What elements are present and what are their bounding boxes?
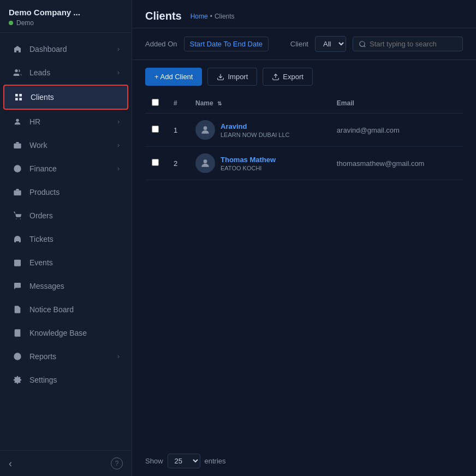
clients-table: # Name ⇅ Email 1 (145, 93, 463, 180)
sidebar-item-dashboard[interactable]: Dashboard › (3, 38, 128, 61)
import-button[interactable]: Import (207, 68, 257, 86)
sidebar-item-messages[interactable]: Messages (3, 275, 128, 297)
client-name[interactable]: Thomas Mathew (221, 156, 276, 164)
client-filter-select[interactable]: All (315, 36, 346, 52)
company-name: Demo Company ... (9, 8, 123, 17)
work-icon (12, 140, 23, 151)
clients-icon (13, 92, 24, 103)
select-all-checkbox[interactable] (152, 99, 159, 106)
sidebar-item-label: Messages (29, 282, 120, 290)
client-info: Aravind LEARN NOW DUBAI LLC (195, 120, 324, 140)
client-email: thomasmathew@gmail.com (337, 159, 425, 168)
page-header: Clients Home • Clients (132, 0, 476, 28)
svg-point-0 (15, 69, 17, 72)
svg-rect-1 (15, 94, 18, 97)
hr-icon (12, 116, 23, 127)
sidebar-item-label: HR (29, 117, 117, 126)
sidebar-item-label: Work (29, 141, 117, 150)
avatar-icon (200, 158, 211, 169)
row-number: 2 (167, 147, 189, 180)
messages-icon (12, 281, 23, 291)
sidebar-item-orders[interactable]: Orders (3, 204, 128, 227)
company-status: Demo (9, 19, 123, 27)
search-input[interactable] (370, 40, 457, 48)
clients-table-container: # Name ⇅ Email 1 (132, 93, 476, 446)
sidebar-item-label: Orders (29, 211, 120, 220)
sidebar-item-knowledge-base[interactable]: Knowledge Base (3, 322, 128, 344)
sidebar-item-work[interactable]: Work › (3, 134, 128, 157)
show-label: Show (145, 457, 163, 465)
tickets-icon (12, 234, 23, 245)
add-client-button[interactable]: + Add Client (145, 68, 202, 86)
actions-bar: + Add Client Import Export (132, 60, 476, 93)
sidebar-item-notice-board[interactable]: Notice Board (3, 298, 128, 321)
breadcrumb-separator: • (210, 13, 212, 20)
sidebar-item-hr[interactable]: HR › (3, 110, 128, 133)
row-checkbox[interactable] (152, 126, 159, 133)
breadcrumb-home[interactable]: Home (191, 13, 208, 20)
sidebar-item-label: Notice Board (29, 305, 120, 314)
back-button[interactable]: ‹ (9, 458, 12, 469)
reports-icon (12, 351, 23, 362)
sidebar-item-label: Products (29, 188, 120, 197)
client-filter-label: Client (290, 40, 308, 48)
notice-board-icon (12, 304, 23, 315)
sidebar-item-leads[interactable]: Leads › (3, 61, 128, 84)
sidebar-item-label: Dashboard (29, 45, 117, 53)
row-email-cell: thomasmathew@gmail.com (330, 147, 463, 180)
svg-point-5 (16, 119, 19, 122)
chevron-right-icon: › (117, 45, 120, 53)
client-name[interactable]: Aravind (221, 122, 290, 130)
sidebar-item-label: Knowledge Base (29, 329, 120, 337)
avatar (195, 153, 215, 173)
sidebar-item-tickets[interactable]: Tickets (3, 228, 128, 251)
sidebar-item-products[interactable]: Products (3, 181, 128, 204)
svg-rect-4 (19, 98, 22, 100)
chevron-right-icon: › (117, 141, 120, 149)
knowledge-base-icon (12, 328, 23, 338)
date-range-filter[interactable]: Start Date To End Date (184, 37, 269, 51)
sidebar-item-clients[interactable]: Clients (3, 85, 128, 110)
breadcrumb: Home • Clients (191, 13, 235, 20)
help-button[interactable]: ? (111, 457, 123, 469)
sidebar-header: Demo Company ... Demo (0, 0, 132, 33)
avatar (195, 120, 215, 140)
sidebar-item-label: Tickets (29, 235, 120, 243)
row-name-cell: Aravind LEARN NOW DUBAI LLC (189, 114, 330, 147)
sidebar-item-label: Events (29, 258, 120, 267)
client-info: Thomas Mathew EATOO KOCHI (195, 153, 324, 173)
export-button[interactable]: Export (263, 68, 313, 86)
search-box[interactable] (353, 37, 463, 51)
chevron-right-icon: › (117, 69, 120, 76)
orders-icon (12, 210, 23, 221)
filters-bar: Added On Start Date To End Date Client A… (132, 28, 476, 60)
finance-icon (12, 163, 23, 174)
sidebar-item-label: Clients (31, 93, 118, 102)
row-number: 1 (167, 114, 189, 147)
sidebar-item-reports[interactable]: Reports › (3, 345, 128, 368)
row-checkbox-cell (145, 114, 167, 147)
sort-icon[interactable]: ⇅ (217, 100, 222, 106)
sidebar-footer: ‹ ? (0, 450, 132, 476)
row-checkbox[interactable] (152, 159, 159, 166)
sidebar-item-label: Settings (29, 376, 120, 384)
page-title: Clients (145, 10, 182, 22)
home-icon (12, 44, 23, 55)
sidebar-item-label: Finance (29, 164, 117, 173)
client-company: LEARN NOW DUBAI LLC (221, 132, 290, 138)
entries-select[interactable]: 25 50 100 (168, 454, 200, 468)
sidebar-item-label: Leads (29, 68, 117, 77)
added-on-label: Added On (145, 40, 177, 48)
th-checkbox (145, 93, 167, 114)
svg-point-22 (204, 126, 207, 130)
table-row: 2 Thomas Mathew EATOO KOCHI (145, 147, 463, 180)
leads-icon (12, 67, 23, 78)
svg-point-11 (20, 218, 21, 219)
entries-label: entries (205, 457, 226, 465)
client-company: EATOO KOCHI (221, 165, 276, 171)
svg-rect-3 (15, 98, 18, 100)
sidebar-item-finance[interactable]: Finance › (3, 157, 128, 180)
sidebar-item-events[interactable]: Events (3, 251, 128, 274)
export-label: Export (283, 73, 304, 81)
sidebar-item-settings[interactable]: Settings (3, 368, 128, 391)
